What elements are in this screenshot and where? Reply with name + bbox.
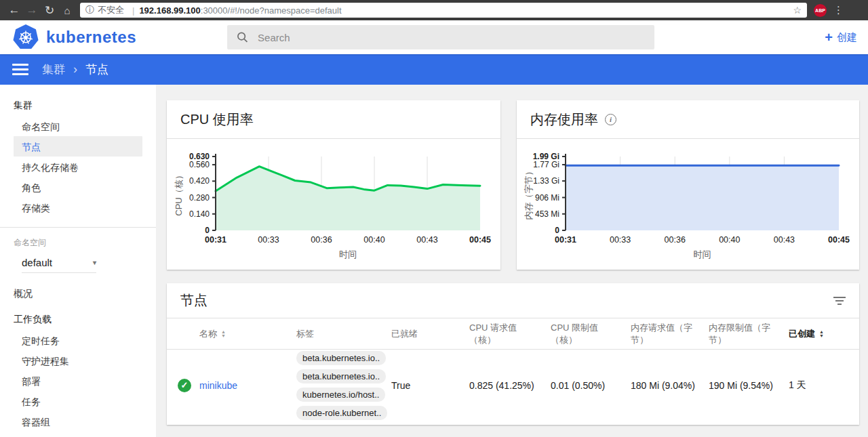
svg-text:00:43: 00:43: [774, 235, 795, 245]
svg-text:00:40: 00:40: [719, 235, 740, 245]
sort-icon-active[interactable]: ▲▼: [819, 330, 824, 338]
kubernetes-wheel-icon: [12, 24, 39, 51]
status-ok-icon: ✓: [178, 379, 191, 392]
sidebar-item-persistent-volumes[interactable]: 持久化存储卷: [0, 157, 156, 177]
svg-text:0: 0: [205, 226, 210, 235]
memory-card-header: 内存使用率 i: [517, 100, 859, 139]
sidebar-item-deployments[interactable]: 部署: [0, 371, 156, 391]
browser-chrome: ← → ↻ ⌂ ⓘ 不安全 | 192.168.99.100 :30000/#!…: [0, 0, 868, 20]
address-bar[interactable]: ⓘ 不安全 | 192.168.99.100 :30000/#!/node?na…: [80, 3, 807, 18]
breadcrumb-parent[interactable]: 集群: [42, 62, 65, 77]
browser-menu-icon[interactable]: ⋮: [833, 4, 844, 16]
sidebar: 集群 命名空间 节点 持久化存储卷 角色 存储类 命名空间 default ▾ …: [0, 85, 156, 437]
sidebar-item-cron-jobs[interactable]: 定时任务: [0, 330, 156, 350]
header-created[interactable]: 已创建 ▲▼: [789, 328, 859, 340]
home-icon[interactable]: ⌂: [58, 5, 76, 16]
svg-text:0: 0: [555, 226, 559, 235]
svg-text:00:36: 00:36: [665, 235, 686, 245]
create-button[interactable]: + 创建: [825, 20, 857, 54]
cpu-usage-chart: 00.1400.2800.4200.5600.63000:3100:3300:3…: [167, 139, 500, 269]
svg-text:00:45: 00:45: [469, 235, 491, 245]
namespace-select[interactable]: default ▾: [22, 257, 96, 273]
sidebar-item-storage-classes[interactable]: 存储类: [0, 197, 156, 217]
svg-text:00:45: 00:45: [828, 235, 850, 245]
adblock-extension-icon[interactable]: ABP: [814, 4, 827, 17]
node-memory-requests-cell: 180 Mi (9.04%): [631, 380, 709, 391]
namespace-value: default: [22, 257, 52, 268]
search-bar[interactable]: [227, 25, 654, 49]
sidebar-section-workloads[interactable]: 工作负载: [0, 303, 156, 330]
svg-text:906 Mi: 906 Mi: [535, 193, 559, 203]
memory-card-title: 内存使用率: [530, 110, 598, 129]
node-cpu-requests-cell: 0.825 (41.25%): [469, 380, 551, 391]
svg-text:00:43: 00:43: [416, 235, 437, 245]
svg-text:0.630: 0.630: [189, 152, 210, 161]
action-bar: 集群 › 节点: [0, 54, 868, 85]
not-secure-label: 不安全: [98, 4, 124, 16]
plus-icon: +: [825, 30, 833, 45]
header-name[interactable]: 名称 ▲▼: [199, 328, 296, 340]
chevron-right-icon: ›: [73, 62, 77, 77]
svg-text:0.420: 0.420: [189, 176, 210, 186]
sidebar-item-roles[interactable]: 角色: [0, 177, 156, 197]
memory-info-icon[interactable]: i: [605, 114, 616, 125]
svg-text:00:33: 00:33: [610, 235, 631, 245]
label-chip: beta.kubernetes.io..: [296, 351, 386, 365]
url-divider: |: [132, 5, 134, 16]
label-chip: kubernetes.io/host..: [296, 388, 385, 402]
kubernetes-logo[interactable]: kubernetes: [12, 24, 136, 51]
breadcrumb-current: 节点: [85, 62, 108, 77]
sidebar-item-pods[interactable]: 容器组: [0, 411, 156, 432]
node-link[interactable]: minikube: [199, 380, 237, 391]
back-icon[interactable]: ←: [5, 3, 23, 17]
svg-text:时间: 时间: [694, 249, 711, 259]
sidebar-item-overview[interactable]: 概况: [0, 283, 156, 303]
search-input[interactable]: [258, 32, 645, 43]
nodes-card-title: 节点: [180, 291, 208, 310]
info-icon[interactable]: ⓘ: [85, 4, 94, 16]
svg-text:1.33 Gi: 1.33 Gi: [533, 176, 559, 186]
cpu-card-header: CPU 使用率: [167, 100, 500, 139]
filter-icon[interactable]: [833, 295, 846, 307]
menu-icon[interactable]: [12, 61, 28, 78]
svg-text:00:33: 00:33: [258, 235, 279, 245]
svg-text:00:31: 00:31: [555, 235, 576, 245]
url-host: 192.168.99.100: [139, 5, 200, 16]
svg-text:CPU（核）: CPU（核）: [174, 171, 184, 215]
sidebar-item-jobs[interactable]: 任务: [0, 391, 156, 411]
table-header-row: 名称 ▲▼ 标签 已就绪 CPU 请求值（核） CPU 限制值（核） 内存请求值…: [167, 318, 859, 350]
label-chip: node-role.kubernet..: [296, 406, 387, 420]
node-ready-cell: True: [391, 380, 469, 391]
search-icon: [237, 31, 248, 43]
svg-text:00:40: 00:40: [363, 235, 384, 245]
node-status-cell: ✓: [178, 379, 199, 392]
memory-usage-card: 内存使用率 i 0453 Mi906 Mi1.33 Gi1.77 Gi1.99 …: [517, 100, 859, 270]
sidebar-item-nodes[interactable]: 节点: [14, 136, 142, 157]
nodes-card: 节点 名称 ▲▼ 标签 已就绪 CPU 请求值（核） CPU 限制值（核） 内存…: [167, 283, 859, 425]
forward-icon[interactable]: →: [23, 3, 41, 17]
cpu-card-title: CPU 使用率: [180, 110, 254, 129]
node-name-cell: minikube: [199, 380, 296, 391]
header-memory-requests: 内存请求值（字节）: [631, 322, 709, 346]
sidebar-item-namespaces[interactable]: 命名空间: [0, 116, 156, 136]
table-row[interactable]: ✓ minikube beta.kubernetes.io.. beta.kub…: [167, 350, 859, 421]
create-label: 创建: [837, 31, 857, 44]
node-created-cell: 1 天: [789, 379, 859, 392]
sidebar-item-daemon-sets[interactable]: 守护进程集: [0, 350, 156, 371]
header-cpu-requests: CPU 请求值（核）: [469, 322, 551, 346]
svg-text:0.560: 0.560: [189, 160, 210, 169]
sidebar-section-cluster[interactable]: 集群: [0, 85, 156, 116]
sort-icon[interactable]: ▲▼: [221, 330, 226, 338]
node-labels-cell: beta.kubernetes.io.. beta.kubernetes.io.…: [296, 349, 391, 422]
reload-icon[interactable]: ↻: [41, 3, 58, 18]
url-path: :30000/#!/node?namespace=default: [201, 5, 342, 16]
label-chip: beta.kubernetes.io..: [296, 369, 386, 383]
svg-text:时间: 时间: [339, 249, 357, 259]
svg-text:0.280: 0.280: [189, 193, 210, 203]
header-ready: 已就绪: [391, 328, 469, 340]
namespace-label: 命名空间: [0, 228, 156, 251]
header-memory-limits: 内存限制值（字节）: [709, 322, 789, 346]
nodes-card-header: 节点: [167, 283, 859, 318]
bookmark-star-icon[interactable]: ☆: [793, 5, 802, 16]
memory-usage-chart: 0453 Mi906 Mi1.33 Gi1.77 Gi1.99 Gi00:310…: [517, 139, 859, 269]
